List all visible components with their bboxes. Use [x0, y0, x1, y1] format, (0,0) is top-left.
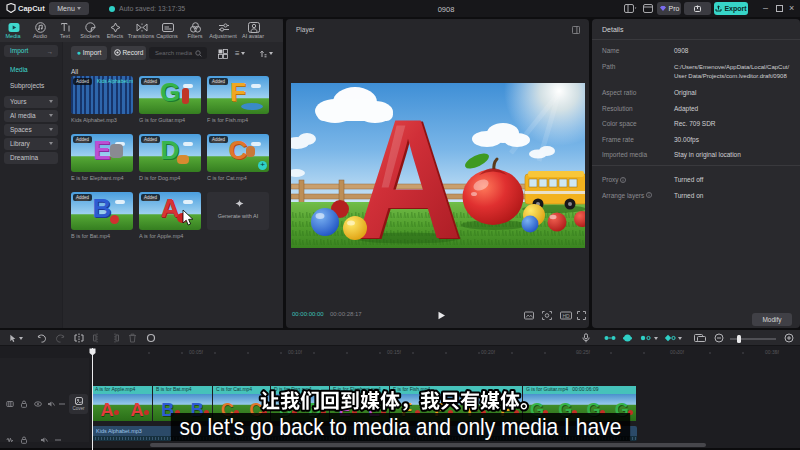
svg-text:A: A: [354, 84, 462, 248]
svg-text:HD: HD: [562, 313, 570, 319]
